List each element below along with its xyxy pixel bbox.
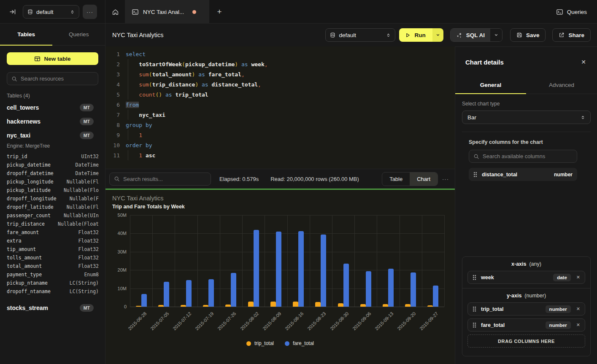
remove-icon[interactable]: ✕ [576, 322, 580, 328]
columns-search[interactable] [469, 150, 577, 163]
sidebar-tab-queries[interactable]: Queries [53, 24, 105, 45]
table-item-cell_towers[interactable]: cell_towersMT [0, 100, 105, 114]
run-button[interactable]: Run [399, 28, 443, 42]
chart-title: NYC Taxi Analytics [112, 195, 163, 202]
bar-fare_total[interactable] [276, 232, 281, 307]
bar-trip_total[interactable] [405, 304, 411, 307]
gridline-v [354, 215, 355, 307]
chart-type-select[interactable]: Bar [462, 111, 591, 124]
tab-general[interactable]: General [455, 76, 526, 94]
engine-badge: MT [80, 104, 94, 111]
drag-grip-icon[interactable] [473, 306, 476, 312]
view-toggle-table[interactable]: Table [382, 173, 410, 186]
collapse-sidebar-icon[interactable] [9, 8, 16, 15]
bar-fare_total[interactable] [231, 273, 236, 307]
elapsed-stat: Elapsed: 0.579s [219, 176, 259, 182]
tab-nyc-taxi-analytics[interactable]: NYC Taxi Anal... [125, 0, 209, 24]
legend-item-trip_total[interactable]: trip_total [246, 340, 274, 346]
tab-advanced[interactable]: Advanced [526, 76, 597, 94]
axis-column-fare_total[interactable]: fare_totalnumber✕ [467, 318, 585, 332]
sql-editor[interactable]: 1select2 toStartOfWeek(pickup_datetime) … [105, 46, 455, 169]
column-name: pickup_longitude [7, 179, 67, 185]
new-table-button[interactable]: New table [7, 52, 98, 65]
bar-trip_total[interactable] [203, 305, 208, 307]
axis-column-trip_total[interactable]: trip_totalnumber✕ [467, 302, 585, 315]
gridline-v [197, 215, 198, 307]
share-button[interactable]: Share [552, 28, 591, 42]
available-column-distance_total[interactable]: distance_totalnumber [469, 168, 577, 181]
bar-trip_total[interactable] [248, 302, 254, 307]
drag-grip-icon[interactable] [473, 275, 476, 280]
database-selector[interactable]: default [23, 5, 79, 19]
save-button[interactable]: Save [510, 28, 546, 42]
editor-line: 4 sum(trip_distance) as distance_total, [105, 79, 455, 89]
view-toggle-chart[interactable]: Chart [410, 173, 438, 186]
bar-trip_total[interactable] [427, 305, 433, 307]
drop-zone[interactable]: DRAG COLUMNS HERE [467, 334, 585, 348]
bar-trip_total[interactable] [225, 305, 231, 307]
bar-trip_total[interactable] [360, 304, 366, 307]
drag-grip-icon[interactable] [473, 172, 477, 177]
app-window: default ··· [0, 0, 597, 364]
sidebar-tab-tables[interactable]: Tables [0, 24, 53, 45]
bar-trip_total[interactable] [158, 305, 164, 307]
bar-trip_total[interactable] [181, 305, 186, 307]
run-database-selector[interactable]: default [325, 28, 395, 42]
y-tick-label: 0 [106, 304, 127, 309]
results-more-button[interactable]: ··· [442, 176, 449, 182]
sql-ai-dropdown-caret[interactable] [490, 29, 502, 41]
run-button-main[interactable]: Run [399, 28, 432, 42]
bar-trip_total[interactable] [315, 302, 321, 307]
close-icon[interactable]: ✕ [581, 59, 586, 65]
divider [462, 132, 591, 132]
queries-shortcut[interactable]: Queries [556, 0, 587, 24]
bar-fare_total[interactable] [321, 235, 326, 307]
x-axis-header: x-axis (any) [462, 261, 590, 267]
columns-search-input[interactable] [483, 153, 573, 159]
search-icon [473, 154, 479, 159]
bar-fare_total[interactable] [343, 264, 349, 307]
bar-fare_total[interactable] [366, 271, 371, 307]
sql-ai-button-main[interactable]: SQL AI [451, 29, 490, 41]
new-table-label: New table [44, 56, 70, 62]
more-options-button[interactable]: ··· [83, 5, 97, 19]
legend-item-fare_total[interactable]: fare_total [285, 340, 314, 346]
drag-grip-icon[interactable] [473, 322, 476, 328]
engine-badge: MT [80, 118, 94, 125]
bar-trip_total[interactable] [338, 303, 343, 307]
query-header: NYC Taxi Analytics default [105, 24, 597, 46]
sql-ai-button[interactable]: SQL AI [450, 28, 502, 42]
table-item-stocks_stream[interactable]: stocks_streamMT [0, 301, 105, 315]
bar-fare_total[interactable] [433, 286, 438, 307]
bar-trip_total[interactable] [136, 306, 141, 307]
sidebar-search-input[interactable] [21, 75, 94, 82]
axis-column-week[interactable]: weekdate✕ [467, 271, 585, 284]
bar-trip_total[interactable] [383, 304, 388, 307]
bar-fare_total[interactable] [164, 282, 169, 307]
bar-fare_total[interactable] [298, 231, 304, 307]
bar-trip_total[interactable] [293, 302, 298, 307]
bar-fare_total[interactable] [208, 279, 214, 307]
results-search-input[interactable] [123, 176, 206, 182]
remove-icon[interactable]: ✕ [576, 275, 580, 280]
gridline-v [265, 215, 265, 307]
bar-fare_total[interactable] [186, 280, 192, 307]
bar-fare_total[interactable] [141, 294, 147, 307]
bar-fare_total[interactable] [254, 230, 259, 307]
column-row: pickup_datetimeDateTime [0, 161, 105, 169]
sidebar-search[interactable] [7, 72, 98, 85]
table-item-nyc_taxi[interactable]: nyc_taxiMT [0, 128, 105, 142]
bar-trip_total[interactable] [270, 302, 276, 307]
home-icon[interactable] [105, 0, 125, 24]
tables-section-label: Tables (4) [7, 93, 30, 99]
chevron-updown-icon [581, 115, 585, 120]
active-tab-underline [0, 45, 52, 46]
table-item-hackernews[interactable]: hackernewsMT [0, 114, 105, 128]
new-tab-button[interactable]: + [209, 0, 230, 24]
remove-icon[interactable]: ✕ [576, 306, 580, 312]
column-chip-name: week [481, 275, 548, 280]
results-search[interactable] [109, 173, 211, 186]
bar-fare_total[interactable] [411, 272, 416, 307]
bar-fare_total[interactable] [388, 269, 394, 307]
run-dropdown-caret[interactable] [432, 28, 443, 42]
